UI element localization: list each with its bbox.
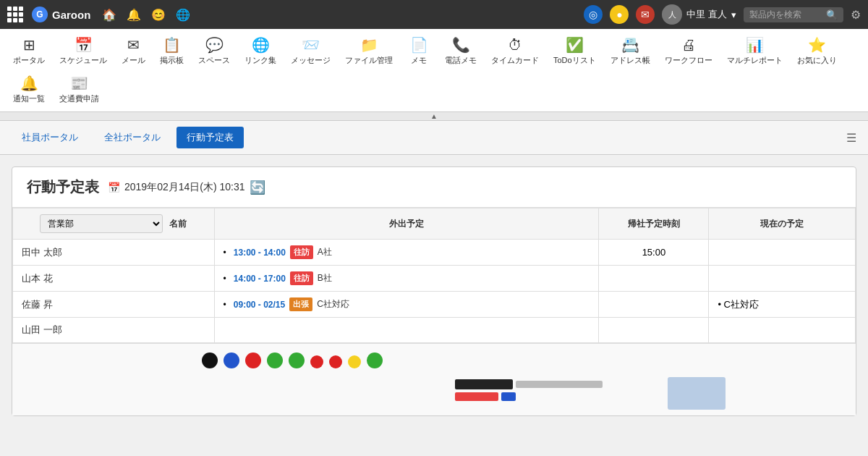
tab-employee-portal[interactable]: 社員ポータル (12, 127, 88, 148)
entry-text-3: C社対応 (317, 298, 349, 311)
card-date: 📅 2019年02月14日(木) 10:31 🔄 (108, 180, 265, 195)
name-cell-3: 佐藤 昇 (13, 292, 215, 318)
return-cell-1: 15:00 (599, 240, 709, 266)
top-bar-right: ◎ ● ✉ 人 中里 直人 ▾ 🔍 ⚙ (584, 4, 861, 25)
magnet (202, 352, 218, 368)
department-select[interactable]: 営業部 開発部 総務部 (40, 214, 163, 233)
magnet (310, 355, 323, 368)
multireport-label: マルチレポート (727, 55, 783, 66)
app-space[interactable]: 💬 スペース (192, 33, 236, 69)
magnets-container (200, 351, 432, 370)
magnet (329, 355, 342, 368)
badge-3: 出張 (289, 297, 312, 311)
circle-yellow-icon[interactable]: ● (610, 5, 629, 24)
tab-company-portal[interactable]: 全社ポータル (94, 127, 171, 148)
collapse-toolbar-bar[interactable]: ▲ (0, 112, 868, 121)
bell-icon[interactable]: 🔔 (127, 8, 141, 22)
magnet (245, 352, 261, 368)
app-message[interactable]: 📨 メッセージ (285, 33, 336, 69)
app-multireport[interactable]: 📊 マルチレポート (721, 33, 788, 69)
app-favorites[interactable]: ⭐ お気に入り (791, 33, 843, 69)
table-row: 山本 花 • 14:00 - 17:00 往訪 B社 (13, 266, 856, 292)
schedule-title: 行動予定表 (27, 177, 99, 197)
app-memo[interactable]: 📄 メモ (401, 33, 436, 69)
marker-blue-dot (501, 392, 516, 401)
app-todo[interactable]: ✅ ToDoリスト (548, 33, 602, 69)
table-row: 山田 一郎 (13, 318, 856, 343)
app-board[interactable]: 📋 掲示板 (154, 33, 190, 69)
card-header: 行動予定表 📅 2019年02月14日(木) 10:31 🔄 (12, 167, 856, 208)
magnet (224, 352, 239, 368)
col-header-current: 現在の予定 (709, 208, 856, 240)
magnet (367, 352, 383, 368)
return-cell-3 (599, 292, 709, 318)
magnet (267, 352, 283, 368)
marker-black (455, 379, 513, 389)
app-address[interactable]: 📇 アドレス帳 (605, 33, 656, 69)
app-toolbar: ⊞ ポータル 📅 スケジュール ✉ メール 📋 掲示板 💬 スペース 🌐 リンク… (0, 29, 868, 112)
app-schedule[interactable]: 📅 スケジュール (54, 33, 113, 69)
favorites-label: お気に入り (797, 55, 837, 66)
collapse-arrow-icon: ▲ (430, 112, 438, 120)
expense-icon: 📰 (70, 75, 88, 92)
calendar-icon: 📅 (108, 182, 120, 193)
circle-blue-icon[interactable]: ◎ (584, 5, 603, 24)
tab-schedule-table[interactable]: 行動予定表 (176, 127, 244, 148)
refresh-icon[interactable]: 🔄 (250, 180, 265, 195)
links-label: リンク集 (244, 55, 276, 66)
multireport-icon: 📊 (746, 36, 764, 54)
marker-red (455, 392, 498, 401)
tab-menu-icon[interactable]: ☰ (846, 131, 856, 145)
settings-icon[interactable]: ⚙ (851, 8, 861, 22)
message-icon: 📨 (302, 36, 320, 54)
filemanager-icon: 📁 (360, 36, 378, 54)
favorites-icon: ⭐ (808, 36, 826, 54)
mail-app-icon: ✉ (127, 36, 140, 54)
app-expense[interactable]: 📰 交通費申請 (54, 72, 105, 107)
current-cell-4 (709, 318, 856, 343)
app-name: Garoon (52, 9, 90, 21)
todo-label: ToDoリスト (553, 55, 596, 66)
filemanager-label: ファイル管理 (345, 55, 393, 66)
portal-label: ポータル (13, 55, 45, 66)
outside-cell-1: • 13:00 - 14:00 往訪 A社 (214, 240, 599, 266)
address-label: アドレス帳 (610, 55, 650, 66)
col-header-name: 営業部 開発部 総務部 名前 (13, 208, 215, 240)
app-telmemo[interactable]: 📞 電話メモ (439, 33, 482, 69)
emoji-icon[interactable]: 😊 (151, 8, 166, 22)
person-name-4: 山田 一郎 (22, 324, 62, 335)
app-workflow[interactable]: 🖨 ワークフロー (659, 34, 718, 69)
memo-icon: 📄 (410, 36, 428, 54)
schedule-table: 営業部 開発部 総務部 名前 外出予定 帰社予定時刻 現在の予定 田中 太郎 (12, 208, 856, 343)
user-name: 中里 直人 (686, 8, 727, 21)
app-notifications[interactable]: 🔔 通知一覧 (7, 72, 51, 107)
search-input[interactable] (749, 9, 822, 20)
entry-text-2: B社 (318, 272, 332, 284)
app-portal[interactable]: ⊞ ポータル (7, 33, 51, 69)
apps-icon[interactable] (7, 7, 23, 22)
col-header-outside: 外出予定 (214, 208, 599, 240)
name-cell-1: 田中 太郎 (13, 240, 215, 266)
globe-icon[interactable]: 🌐 (176, 8, 190, 22)
mail-icon[interactable]: ✉ (636, 5, 655, 24)
mail-label: メール (122, 55, 145, 66)
table-row: 佐藤 昇 • 09:00 - 02/15 出張 C社対応 (13, 292, 856, 318)
app-links[interactable]: 🌐 リンク集 (239, 33, 282, 69)
whiteboard-area (12, 343, 856, 415)
chevron-down-icon: ▾ (731, 9, 736, 20)
app-mail[interactable]: ✉ メール (116, 33, 151, 69)
search-box[interactable]: 🔍 (744, 7, 843, 22)
time-range-2: 14:00 - 17:00 (234, 274, 286, 284)
workflow-label: ワークフロー (665, 55, 712, 66)
schedule-card: 行動予定表 📅 2019年02月14日(木) 10:31 🔄 営業部 開発部 総… (12, 166, 856, 416)
user-menu[interactable]: 人 中里 直人 ▾ (662, 4, 736, 25)
badge-1: 往訪 (290, 245, 313, 259)
timecard-icon: ⏱ (508, 37, 522, 54)
home-icon[interactable]: 🏠 (102, 8, 116, 22)
app-timecard[interactable]: ⏱ タイムカード (485, 34, 545, 69)
marker-tray (516, 381, 603, 388)
bullet-icon: • (224, 248, 226, 258)
search-icon[interactable]: 🔍 (826, 9, 838, 20)
app-filemanager[interactable]: 📁 ファイル管理 (339, 33, 399, 69)
board-icon: 📋 (163, 36, 181, 54)
